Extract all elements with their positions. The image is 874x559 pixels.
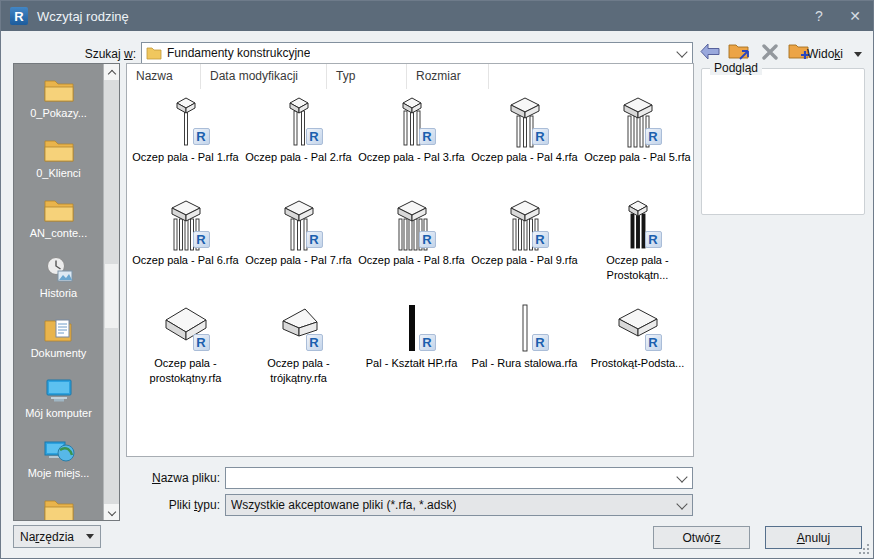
pile-8-icon: R <box>388 200 436 252</box>
revit-family-badge-icon: R <box>532 128 549 145</box>
column-header-typ[interactable]: Typ <box>327 64 407 89</box>
sidebar-item-historia[interactable]: Historia <box>14 251 103 311</box>
revit-family-badge-icon: R <box>645 128 662 145</box>
network-icon <box>14 431 103 464</box>
title-bar[interactable]: R Wczytaj rodzinę ? ✕ <box>1 1 873 31</box>
file-item[interactable]: ROczep pala - Pal 3.rfa <box>355 95 468 198</box>
file-item[interactable]: ROczep pala - Pal 7.rfa <box>242 198 355 301</box>
sidebar-item-0-klienci[interactable]: 0_Klienci <box>14 131 103 191</box>
delete-button[interactable] <box>758 43 781 63</box>
scroll-down-icon[interactable] <box>104 504 119 520</box>
file-name: Oczep pala - Prostokątn... <box>581 253 694 283</box>
file-item[interactable]: ROczep pala - Pal 5.rfa <box>581 95 694 198</box>
file-name: Pal - Rura stalowa.rfa <box>468 356 581 371</box>
tri-icon: R <box>275 303 323 355</box>
file-type-combobox[interactable]: Wszystkie akceptowane pliki (*.rfa, *.ad… <box>225 494 693 516</box>
up-one-level-button[interactable] <box>728 43 751 63</box>
folder-icon <box>14 131 103 164</box>
sidebar-item-label: Mój komputer <box>14 407 103 419</box>
revit-family-badge-icon: R <box>193 231 210 248</box>
cancel-button[interactable]: Anuluj <box>765 526 862 549</box>
revit-logo-icon: R <box>10 7 28 25</box>
file-name: Oczep pala - Pal 2.rfa <box>242 150 355 165</box>
chevron-down-icon <box>672 51 692 56</box>
column-header-filler <box>489 64 693 89</box>
pile-dark-icon: R <box>614 200 662 252</box>
delete-x-icon <box>760 42 780 65</box>
look-in-label: Szukaj w: <box>61 47 136 61</box>
look-in-combobox[interactable]: Fundamenty konstrukcyjne <box>141 42 693 64</box>
file-item[interactable]: ROczep pala - Pal 4.rfa <box>468 95 581 198</box>
sidebar-item-dokumenty[interactable]: Dokumenty <box>14 311 103 371</box>
file-item[interactable]: RProstokąt-Podsta... <box>581 301 694 404</box>
file-type-value: Wszystkie akceptowane pliki (*.rfa, *.ad… <box>231 498 456 512</box>
revit-family-badge-icon: R <box>419 128 436 145</box>
file-name: Pal - Kształt HP.rfa <box>355 356 468 371</box>
revit-family-badge-icon: R <box>645 334 662 351</box>
help-button[interactable]: ? <box>801 1 837 31</box>
pile-2-icon: R <box>275 97 323 149</box>
sidebar-item-label: AN_conte... <box>14 227 103 239</box>
file-name-label: Nazwa pliku: <box>121 471 220 485</box>
sidebar-scrollbar[interactable] <box>103 64 119 520</box>
revit-family-badge-icon: R <box>419 334 436 351</box>
tools-button[interactable]: Narzędzia <box>13 525 101 548</box>
file-name: Prostokąt-Podsta... <box>581 356 694 371</box>
file-name: Oczep pala - Pal 7.rfa <box>242 253 355 268</box>
back-button[interactable] <box>698 43 721 63</box>
history-icon <box>14 251 103 284</box>
resize-grip-icon[interactable] <box>859 544 869 554</box>
slab-icon: R <box>162 303 210 355</box>
file-type-label: Pliki typu: <box>121 498 220 512</box>
chevron-down-icon <box>854 52 862 57</box>
sidebar-item-an-conte-[interactable]: AN_conte... <box>14 191 103 251</box>
revit-family-badge-icon: R <box>532 334 549 351</box>
close-button[interactable]: ✕ <box>837 1 873 31</box>
file-item[interactable]: ROczep pala - prostokątny.rfa <box>129 301 242 404</box>
chevron-down-icon <box>672 503 692 508</box>
views-dropdown[interactable]: Widoki <box>807 47 862 61</box>
file-item[interactable]: RPal - Kształt HP.rfa <box>355 301 468 404</box>
preview-panel: Podgląd <box>701 68 865 215</box>
file-item[interactable]: ROczep pala - Prostokątn... <box>581 198 694 301</box>
file-name: Oczep pala - Pal 5.rfa <box>581 150 694 165</box>
sidebar-item-moje-miejs-[interactable]: Moje miejs... <box>14 431 103 491</box>
views-label: Widoki <box>807 47 843 61</box>
column-header-nazwa[interactable]: Nazwa <box>127 64 201 89</box>
sidebar-item-0-pokazy-[interactable]: 0_Pokazy... <box>14 71 103 131</box>
file-name-combobox[interactable] <box>225 467 693 489</box>
file-name: Oczep pala - Pal 9.rfa <box>468 253 581 268</box>
file-item[interactable]: ROczep pala - Pal 1.rfa <box>129 95 242 198</box>
sidebar-item[interactable] <box>14 491 103 520</box>
revit-family-badge-icon: R <box>306 231 323 248</box>
window-title: Wczytaj rodzinę <box>37 9 129 24</box>
open-button[interactable]: Otwórz <box>653 526 750 549</box>
file-name: Oczep pala - Pal 3.rfa <box>355 150 468 165</box>
slab-thin-icon: R <box>614 303 662 355</box>
file-item[interactable]: ROczep pala - Pal 2.rfa <box>242 95 355 198</box>
revit-family-badge-icon: R <box>306 334 323 351</box>
scroll-up-icon[interactable] <box>104 64 119 80</box>
sidebar-item-label: Moje miejs... <box>14 467 103 479</box>
hp-icon: R <box>388 303 436 355</box>
scrollbar-thumb[interactable] <box>105 264 118 328</box>
file-name: Oczep pala - Pal 8.rfa <box>355 253 468 268</box>
file-name: Oczep pala - Pal 4.rfa <box>468 150 581 165</box>
column-header-data-modyfikacji[interactable]: Data modyfikacji <box>201 64 327 89</box>
file-item[interactable]: ROczep pala - Pal 9.rfa <box>468 198 581 301</box>
folder-icon <box>14 71 103 104</box>
file-name-input[interactable] <box>230 468 672 488</box>
column-header-rozmiar[interactable]: Rozmiar <box>407 64 489 89</box>
sidebar-item-label: Historia <box>14 287 103 299</box>
chevron-down-icon <box>672 476 692 481</box>
revit-family-badge-icon: R <box>645 231 662 248</box>
file-item[interactable]: ROczep pala - Pal 6.rfa <box>129 198 242 301</box>
sidebar-item-label: 0_Klienci <box>14 167 103 179</box>
file-name: Oczep pala - trójkątny.rfa <box>242 356 355 386</box>
sidebar-item-m-j-komputer[interactable]: Mój komputer <box>14 371 103 431</box>
file-item[interactable]: ROczep pala - Pal 8.rfa <box>355 198 468 301</box>
folder-icon <box>146 46 162 60</box>
file-item[interactable]: RPal - Rura stalowa.rfa <box>468 301 581 404</box>
file-item[interactable]: ROczep pala - trójkątny.rfa <box>242 301 355 404</box>
pile-6-icon: R <box>162 200 210 252</box>
